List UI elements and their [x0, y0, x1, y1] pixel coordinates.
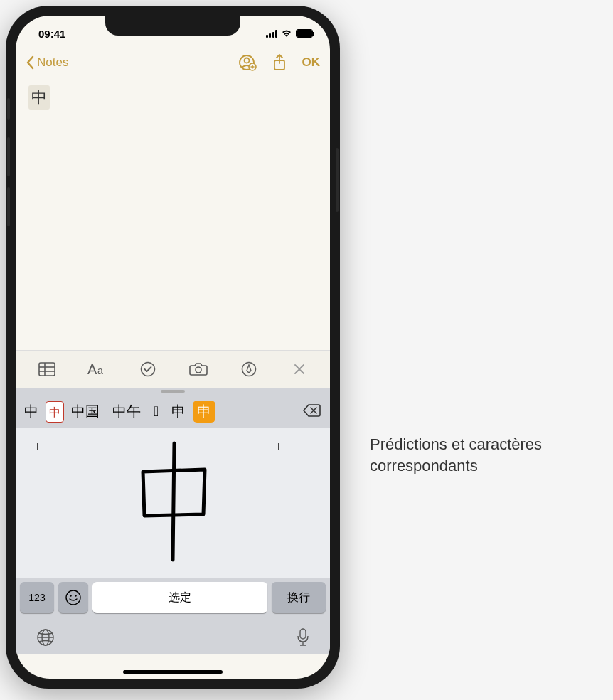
- camera-button[interactable]: [181, 358, 216, 381]
- callout-line: [281, 447, 369, 447]
- done-button[interactable]: OK: [302, 55, 321, 70]
- svg-point-1: [244, 58, 249, 63]
- candidate-2[interactable]: 中国: [65, 399, 105, 424]
- candidate-5[interactable]: 申: [166, 399, 191, 424]
- svg-text:A: A: [87, 362, 97, 376]
- callout-bracket: [37, 443, 279, 450]
- format-toolbar: A a: [16, 350, 330, 388]
- checkmark-circle-icon: [140, 361, 156, 377]
- space-key[interactable]: 选定: [92, 582, 267, 613]
- svg-point-13: [66, 590, 80, 605]
- phone-frame: 09:41 Notes: [6, 6, 340, 689]
- callout-label: Prédictions et caractères correspondants: [370, 434, 604, 476]
- chevron-left-icon: [26, 55, 34, 70]
- close-icon: [294, 364, 305, 375]
- phone-screen: 09:41 Notes: [16, 16, 330, 679]
- typed-character: 中: [28, 85, 50, 110]
- emoji-icon: [65, 589, 82, 606]
- share-icon: [272, 53, 287, 72]
- svg-point-11: [196, 367, 201, 373]
- navigation-bar: Notes O: [16, 44, 330, 80]
- status-time: 09:41: [33, 28, 65, 40]
- pen-circle-icon: [241, 361, 257, 377]
- camera-icon: [189, 362, 208, 376]
- candidate-4[interactable]: 𠀐: [148, 401, 164, 423]
- share-button[interactable]: [272, 53, 287, 72]
- back-label: Notes: [37, 55, 68, 70]
- cellular-signal-icon: [266, 30, 278, 38]
- notch: [105, 16, 240, 36]
- candidate-3[interactable]: 中午: [107, 399, 146, 424]
- keyboard-bottom-row: 123 选定 换行: [16, 578, 330, 617]
- text-format-button[interactable]: A a: [80, 358, 115, 381]
- close-toolbar-button[interactable]: [282, 358, 317, 381]
- note-editor[interactable]: 中: [16, 80, 330, 350]
- switch-123-key[interactable]: 123: [20, 582, 54, 613]
- handwritten-stroke: [130, 438, 215, 568]
- svg-point-14: [70, 595, 71, 596]
- power-button: [336, 148, 339, 212]
- candidate-0[interactable]: 中: [18, 399, 44, 424]
- microphone-icon: [296, 627, 310, 647]
- mute-switch: [7, 98, 10, 120]
- table-button[interactable]: [29, 358, 65, 381]
- home-indicator[interactable]: [123, 670, 223, 674]
- handwriting-input-area[interactable]: [16, 428, 330, 578]
- markup-button[interactable]: [231, 358, 267, 381]
- svg-rect-4: [39, 363, 55, 376]
- keyboard-footer: [16, 617, 330, 654]
- collaborate-button[interactable]: [238, 54, 257, 71]
- table-icon: [38, 362, 55, 376]
- keyboard-handle[interactable]: [16, 388, 330, 395]
- checklist-button[interactable]: [130, 358, 166, 381]
- volume-down-button: [7, 187, 10, 226]
- globe-key[interactable]: [36, 627, 55, 650]
- svg-point-10: [141, 363, 154, 376]
- svg-point-15: [75, 595, 76, 596]
- battery-icon: [296, 29, 313, 38]
- dictation-key[interactable]: [296, 627, 310, 650]
- person-add-icon: [238, 54, 257, 71]
- backspace-button[interactable]: [297, 401, 327, 423]
- wifi-icon: [281, 29, 292, 38]
- back-button[interactable]: Notes: [26, 55, 68, 70]
- svg-text:a: a: [97, 365, 103, 376]
- volume-up-button: [7, 137, 10, 176]
- globe-icon: [36, 627, 55, 647]
- svg-rect-19: [300, 629, 306, 639]
- candidate-1[interactable]: 中: [46, 401, 64, 423]
- backspace-icon: [303, 403, 321, 418]
- return-key[interactable]: 换行: [272, 582, 326, 613]
- emoji-key[interactable]: [58, 582, 88, 613]
- status-indicators: [266, 29, 314, 38]
- text-format-icon: A a: [87, 362, 107, 376]
- candidates-row: 中 中 中国 中午 𠀐 申 申: [16, 395, 330, 428]
- candidate-6[interactable]: 申: [193, 401, 215, 423]
